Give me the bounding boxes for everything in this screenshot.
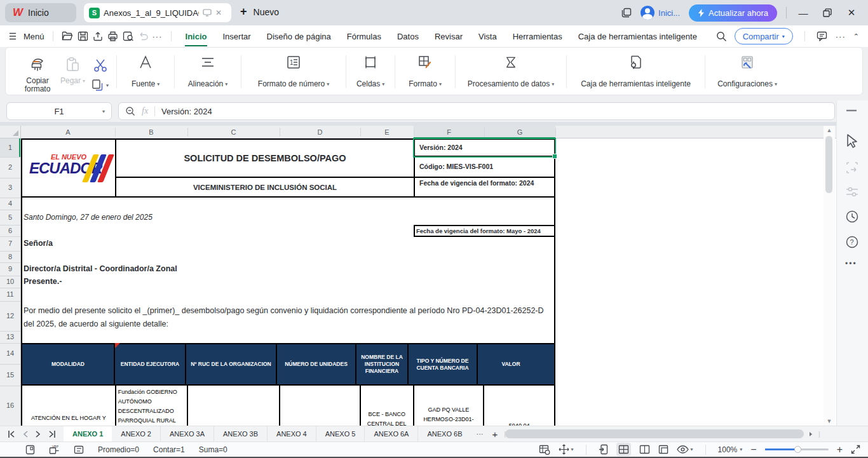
row-header[interactable]: 3 xyxy=(0,182,20,192)
fullscreen-icon[interactable] xyxy=(851,445,860,454)
number-format-menu[interactable]: 1 Formato de número▾ xyxy=(245,51,342,92)
column-header-a[interactable]: A xyxy=(21,126,115,138)
first-sheet-icon[interactable] xyxy=(8,431,15,438)
sheet-info-icon[interactable] xyxy=(25,445,35,455)
cell-validity-mayo[interactable]: Fecha de vigencia del formato: Mayo - 20… xyxy=(414,225,555,237)
zoom-level[interactable]: 100% xyxy=(718,445,738,454)
zoom-slider-handle[interactable] xyxy=(794,446,801,453)
formula-input[interactable]: fx Versión: 2024 xyxy=(118,102,835,120)
format-menu[interactable]: Formato▾ xyxy=(399,51,451,92)
add-sheet-icon[interactable]: + xyxy=(488,429,501,440)
tab-overview-icon[interactable] xyxy=(621,8,632,18)
row-header[interactable]: 16 xyxy=(0,400,20,410)
cell-entidad[interactable]: Fundación GOBIERNO AUTÓNOMO DESCENTRALIZ… xyxy=(116,386,189,426)
macro-icon[interactable]: VBP xyxy=(49,445,60,455)
cursor-select-icon[interactable] xyxy=(845,133,859,149)
menu-item-revisar[interactable]: Revisar xyxy=(429,32,468,41)
cell-valor[interactable]: 5940.04 xyxy=(484,386,555,426)
undo-icon[interactable] xyxy=(139,32,148,41)
cell-modalidad[interactable]: ATENCIÓN EN EL HOGAR Y xyxy=(22,386,116,426)
table-header-valor[interactable]: VALOR xyxy=(478,344,544,384)
sheet-tab-anexo2[interactable]: ANEXO 2 xyxy=(112,426,161,442)
collapse-formula-bar-icon[interactable] xyxy=(845,108,858,113)
help-icon[interactable]: ? xyxy=(845,235,859,249)
doc-title[interactable]: SOLICITUD DE DESEMBOLSO/PAGO xyxy=(116,140,414,177)
vertical-scrollbar[interactable]: ▲ ▼ xyxy=(824,126,835,426)
sheet-tab-anexo1[interactable]: ANEXO 1 xyxy=(64,426,112,442)
prev-sheet-icon[interactable] xyxy=(23,431,28,438)
cell-institucion[interactable]: BCE - BANCO CENTRAL DEL xyxy=(361,386,414,426)
menu-item-vista[interactable]: Vista xyxy=(473,32,503,41)
document-tab[interactable]: S Anexos_1_al_9_LIQUIDACIONE ✕ xyxy=(84,3,231,22)
normal-view-icon[interactable] xyxy=(618,445,629,454)
sheet-tab-anexo6a[interactable]: ANEXO 6A xyxy=(365,426,418,442)
more-sheets-icon[interactable]: ··· xyxy=(471,430,488,438)
restore-button[interactable] xyxy=(820,8,835,18)
zoom-formula-icon[interactable] xyxy=(125,106,135,116)
open-file-icon[interactable] xyxy=(62,31,73,41)
row-header[interactable]: 7 xyxy=(0,238,20,248)
page-layout-view-icon[interactable] xyxy=(639,445,650,454)
font-menu[interactable]: Fuente▾ xyxy=(121,51,170,92)
table-data-row[interactable]: ATENCIÓN EN EL HOGAR Y Fundación GOBIERN… xyxy=(21,386,555,426)
sliders-icon[interactable] xyxy=(845,185,859,199)
selection-export-icon[interactable] xyxy=(845,161,859,175)
close-button[interactable]: ✕ xyxy=(844,7,859,18)
name-box[interactable]: F1 ▾ xyxy=(6,102,112,120)
row-header[interactable]: 12 xyxy=(0,311,20,321)
more-quick-actions-icon[interactable]: ··· xyxy=(153,32,163,41)
spreadsheet-grid[interactable]: A B C D E F G 1 2 3 4 5 6 7 8 9 10 11 12… xyxy=(0,126,836,426)
close-doc-tab-icon[interactable]: ✕ xyxy=(215,8,222,17)
save-icon[interactable] xyxy=(78,31,88,41)
row-header[interactable]: 9 xyxy=(0,264,20,274)
sheet-tab-anexo5[interactable]: ANEXO 5 xyxy=(316,426,365,442)
mobile-view-icon[interactable] xyxy=(599,444,608,455)
sheet-tab-anexo3b[interactable]: ANEXO 3B xyxy=(214,426,268,442)
page-break-view-icon[interactable] xyxy=(658,445,668,454)
print-icon[interactable] xyxy=(107,31,118,41)
menu-label[interactable]: Menú xyxy=(24,32,44,41)
last-sheet-icon[interactable] xyxy=(48,431,56,438)
row-header[interactable]: 13 xyxy=(0,332,20,342)
print-preview-icon[interactable] xyxy=(123,31,134,41)
cell-unidades[interactable] xyxy=(280,386,361,426)
row-header[interactable]: 10 xyxy=(0,276,20,286)
doc-code[interactable]: Código: MIES-VIS-F001 xyxy=(417,158,554,175)
menu-item-insertar[interactable]: Insertar xyxy=(217,32,256,41)
horizontal-scroll-thumb[interactable] xyxy=(505,429,804,438)
doc-subtitle[interactable]: VICEMINISTERIO DE INCLUSIÓN SOCIAL xyxy=(116,178,414,196)
menu-item-inicio[interactable]: Inicio xyxy=(180,32,213,41)
cell-ruc[interactable] xyxy=(188,386,280,426)
table-header-ruc[interactable]: Nº RUC DE LA ORGANIZACION xyxy=(186,344,277,384)
update-now-button[interactable]: Actualizar ahora xyxy=(689,4,777,22)
zoom-caret-icon[interactable]: ▾ xyxy=(740,447,742,452)
row-header[interactable]: 4 xyxy=(0,198,20,208)
cell-city-date[interactable]: Santo Domingo, 27 de enero del 2025 xyxy=(24,210,153,225)
home-tab[interactable]: W Inicio xyxy=(5,3,76,22)
hscroll-right-icon[interactable] xyxy=(809,431,813,437)
comment-icon[interactable] xyxy=(817,31,828,41)
menu-item-caja[interactable]: Caja de herramientas inteligente xyxy=(573,32,703,41)
new-tab-button[interactable]: + Nuevo xyxy=(240,5,279,18)
paste-button[interactable]: Pegar▾ xyxy=(60,57,85,85)
format-painter-button[interactable]: Copiar formato xyxy=(21,57,54,93)
doc-validity[interactable]: Fecha de vigencia del formato: 2024 xyxy=(417,178,551,187)
next-sheet-icon[interactable] xyxy=(36,431,41,438)
row-header[interactable]: 6 xyxy=(0,226,20,236)
fx-icon[interactable]: fx xyxy=(142,106,148,116)
select-all-corner[interactable] xyxy=(0,126,21,138)
scroll-down-icon[interactable]: ▼ xyxy=(824,418,835,424)
cells-menu[interactable]: Celdas▾ xyxy=(350,51,391,92)
copy-icon[interactable] xyxy=(92,79,104,91)
table-header-row[interactable]: MODALIDAD ENTIDAD EJECUTORA Nº RUC DE LA… xyxy=(21,343,555,386)
cell-salutation[interactable]: Señor/a xyxy=(24,236,53,251)
sheet-tab-anexo3a[interactable]: ANEXO 3A xyxy=(161,426,214,442)
cell-body-paragraph[interactable]: Por medio del presente solicito el _(pri… xyxy=(24,304,553,331)
data-processing-menu[interactable]: Procesamiento de datos▾ xyxy=(459,51,562,92)
table-header-institucion[interactable]: NOMBRE DE LA INSTITUCION FINANCIERA xyxy=(356,344,409,384)
row-headers[interactable]: 1 2 3 4 5 6 7 8 9 10 11 12 13 14 15 16 xyxy=(0,138,21,426)
table-header-unidades[interactable]: NÚMERO DE UNIDADES xyxy=(277,344,356,384)
name-box-caret-icon[interactable]: ▾ xyxy=(102,109,105,114)
search-icon[interactable] xyxy=(716,31,727,42)
share-button[interactable]: Compartir ▾ xyxy=(735,28,793,44)
